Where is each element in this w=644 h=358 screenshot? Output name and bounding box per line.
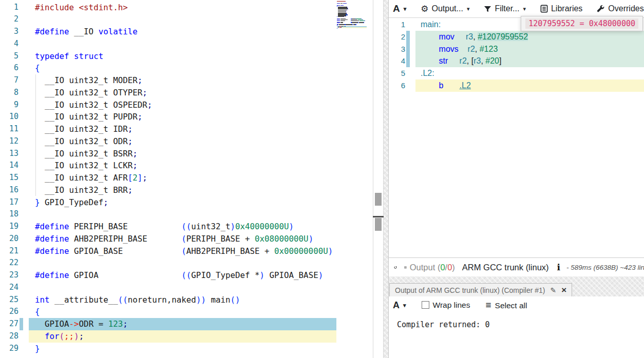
line-number: 6 [0, 62, 18, 74]
code-text [29, 13, 336, 26]
pane-divider[interactable] [384, 0, 388, 358]
source-code-line[interactable]: 21#define GPIOA_BASE (AHB2PERIPH_BASE + … [0, 245, 336, 257]
source-code-line[interactable]: 12 __IO uint32_t ODR; [0, 135, 336, 148]
line-number: 4 [0, 38, 18, 50]
code-text: } [29, 343, 336, 355]
vertical-scrollbar[interactable] [373, 0, 384, 358]
filter-dropdown-button[interactable]: Filter... ▾ [484, 4, 526, 13]
source-code-line[interactable]: 6{ [0, 62, 336, 74]
source-editor-pane[interactable]: 1#include <stdint.h>23#define __IO volat… [0, 0, 336, 358]
source-code-line[interactable]: 17} GPIO_TypeDef; [0, 196, 336, 209]
select-all-button[interactable]: ≡Select all [485, 300, 527, 311]
asm-code-line[interactable]: 6 b .L2 [389, 79, 644, 92]
source-code-line[interactable]: 26{ [0, 306, 336, 318]
code-text [29, 257, 336, 269]
code-text: __IO uint32_t LCKR; [29, 160, 336, 172]
asm-toolbar: A ▾ ⚙ Output... ▾ Filter... ▾ Libraries … [389, 0, 644, 18]
output-font-size-button[interactable]: A ▾ [393, 300, 406, 311]
scrollbar-thumb-bottom[interactable] [375, 218, 382, 231]
overrides-button[interactable]: Overrides [597, 4, 643, 13]
source-code-line[interactable]: 5typedef struct [0, 50, 336, 63]
gutter-decoration [405, 43, 415, 55]
minimap[interactable] [337, 1, 367, 357]
source-code-line[interactable]: 22 [0, 257, 336, 269]
code-text: __IO uint32_t OSPEEDR; [29, 99, 336, 111]
line-number: 16 [0, 184, 18, 196]
gutter-decoration [405, 18, 415, 31]
gutter-decoration [18, 38, 29, 50]
gutter-decoration [18, 87, 29, 99]
asm-code-line[interactable]: 4 str r2, [r3, #20] [389, 55, 644, 67]
scrollbar-thumb-top[interactable] [375, 193, 382, 206]
line-number: 5 [389, 67, 405, 79]
scrollbar-divider [373, 216, 384, 217]
libraries-button[interactable]: Libraries [540, 4, 582, 13]
source-code-line[interactable]: 14 __IO uint32_t LCKR; [0, 160, 336, 172]
source-code-line[interactable]: 2 [0, 13, 336, 26]
code-text: { [29, 306, 336, 318]
refresh-icon[interactable] [394, 263, 397, 272]
asm-code-line[interactable]: 5.L2: [389, 67, 644, 79]
gutter-decoration [405, 79, 415, 92]
output-dropdown-button[interactable]: ⚙ Output... ▾ [421, 4, 469, 14]
source-code-line[interactable]: 25int __attribute__((noreturn,naked)) ma… [0, 294, 336, 306]
line-number: 3 [0, 26, 18, 38]
source-code-line[interactable]: 29} [0, 343, 336, 355]
source-code-line[interactable]: 9 __IO uint32_t OSPEEDR; [0, 99, 336, 111]
output-log-icon[interactable] [404, 264, 407, 271]
source-code-line[interactable]: 4 [0, 38, 336, 50]
source-code-line[interactable]: 27 GPIOA->ODR = 123; [0, 318, 336, 330]
chevron-down-icon: ▾ [467, 6, 470, 12]
source-code-line[interactable]: 8 __IO uint32_t OTYPER; [0, 87, 336, 99]
funnel-icon [484, 5, 491, 13]
source-code-line[interactable]: 3#define __IO volatile [0, 26, 336, 38]
code-text: #define GPIOA_BASE (AHB2PERIPH_BASE + 0x… [29, 245, 336, 257]
line-number: 2 [389, 31, 405, 43]
gutter-decoration [405, 67, 415, 79]
gutter-decoration [18, 330, 29, 343]
source-code-line[interactable]: 28 for(;;); [0, 330, 336, 343]
source-code-line[interactable]: 10 __IO uint32_t PUPDR; [0, 111, 336, 123]
asm-code-line[interactable]: 2 mov r3, #1207959552 [389, 31, 644, 43]
gutter-decoration [18, 343, 29, 355]
select-all-icon: ≡ [485, 300, 491, 310]
source-code-line[interactable]: 16 __IO uint32_t BRR; [0, 184, 336, 196]
source-code-line[interactable]: 1#include <stdint.h> [0, 2, 336, 14]
source-code-line[interactable]: 7 __IO uint32_t MODER; [0, 74, 336, 87]
source-code-line[interactable]: 23#define GPIOA ((GPIO_TypeDef *) GPIOA_… [0, 269, 336, 282]
line-number: 18 [0, 208, 18, 221]
gutter-decoration [18, 318, 29, 330]
book-icon [540, 5, 548, 13]
source-code-line[interactable]: 15 __IO uint32_t AFR[2]; [0, 172, 336, 184]
code-text: __IO uint32_t BSRR; [29, 148, 336, 160]
gutter-decoration [18, 62, 29, 74]
source-code-line[interactable]: 13 __IO uint32_t BSRR; [0, 148, 336, 160]
output-count-label[interactable]: Output (0/0) [410, 263, 455, 272]
code-text [29, 208, 336, 221]
source-code-line[interactable]: 11 __IO uint32_t IDR; [0, 123, 336, 135]
source-code-line[interactable]: 18 [0, 208, 336, 221]
asm-editor[interactable]: 1main:2 mov r3, #12079595523 movs r2, #1… [389, 18, 644, 257]
fail-count: 0 [447, 263, 452, 272]
info-icon[interactable]: i [557, 262, 560, 272]
output-tab[interactable]: Output of ARM GCC trunk (linux) (Compile… [389, 283, 572, 296]
code-text: #define AHB2PERIPH_BASE (PERIPH_BASE + 0… [29, 233, 336, 245]
line-number: 29 [0, 343, 18, 355]
line-number: 9 [0, 99, 18, 111]
checkbox-icon[interactable] [422, 301, 429, 309]
source-code-line[interactable]: 20#define AHB2PERIPH_BASE (PERIPH_BASE +… [0, 233, 336, 245]
font-size-button[interactable]: A ▾ [393, 3, 406, 14]
line-number: 7 [0, 74, 18, 87]
wrap-lines-label: Wrap lines [433, 301, 470, 309]
rename-icon[interactable]: ✎ [551, 286, 557, 294]
font-size-label: A [393, 3, 400, 14]
asm-code-line[interactable]: 3 movs r2, #123 [389, 43, 644, 55]
chevron-down-icon: ▾ [523, 6, 526, 12]
source-code-line[interactable]: 19#define PERIPH_BASE ((uint32_t)0x40000… [0, 221, 336, 233]
source-code-line[interactable]: 24 [0, 282, 336, 294]
pass-count: 0 [440, 263, 445, 272]
close-icon[interactable]: × [561, 286, 566, 294]
wrap-lines-checkbox[interactable]: Wrap lines [422, 301, 470, 310]
compiler-name: ARM GCC trunk (linux) [462, 263, 549, 272]
code-text: str r2, [r3, #20] [415, 55, 644, 67]
